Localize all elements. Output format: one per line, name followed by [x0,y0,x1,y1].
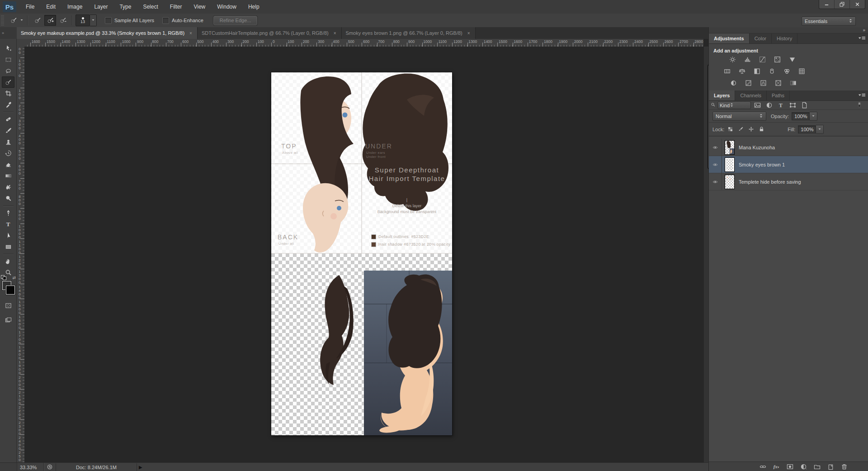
tab-color[interactable]: Color [750,33,772,43]
delete-button[interactable] [840,463,848,470]
menu-select[interactable]: Select [137,0,164,14]
panel-menu-icon[interactable] [858,36,866,42]
menu-help[interactable]: Help [242,0,265,14]
eyedropper-tool[interactable] [2,99,14,110]
clone-stamp-tool[interactable] [2,136,14,147]
refine-edge-button[interactable]: Refine Edge... [213,16,258,25]
blend-mode-select[interactable]: Normal [712,112,766,121]
mask-button[interactable] [786,463,794,470]
path-selection-tool[interactable] [2,230,14,241]
auto-enhance-checkbox[interactable]: Auto-Enhance [162,17,203,24]
zoom-level-field[interactable]: 33.33% [17,465,43,470]
restore-button[interactable] [834,0,849,9]
document-tab-2[interactable]: SDTCustomHairTemplate.png @ 66.7% (Layer… [198,27,342,39]
healing-brush-tool[interactable] [2,114,14,125]
layer-thumbnail[interactable] [725,175,734,189]
lock-transparent-button[interactable] [726,125,735,133]
status-flyout-arrow[interactable]: ▶ [139,465,142,470]
tab-layers[interactable]: Layers [709,90,735,100]
tab-close-button[interactable]: × [333,31,337,36]
document-canvas[interactable]: TOP Above all UNDER Under ears Under fro… [271,72,452,435]
background-color-swatch[interactable] [6,285,15,295]
layer-row-3[interactable]: Templete hide before saving [709,173,868,190]
shape-filter-button[interactable] [787,102,798,109]
options-grip[interactable] [1,15,4,25]
subtract-from-selection-button[interactable] [57,15,69,26]
adjustment-filter-button[interactable] [764,102,774,109]
layer-thumbnail[interactable] [725,141,734,154]
curves-adjustment-button[interactable] [758,56,767,63]
brush-tool[interactable] [2,125,14,136]
type-filter-button[interactable]: T [775,102,786,109]
tab-close-button[interactable]: × [467,31,471,36]
layer-visibility-toggle[interactable] [709,173,722,190]
menu-type[interactable]: Type [113,0,137,14]
marquee-tool[interactable] [2,54,14,65]
document-tab-3[interactable]: Smoky eyes brown 1.png @ 66.7% (Layer 0,… [342,27,476,39]
pixel-filter-button[interactable] [752,102,763,109]
swap-colors-button[interactable]: ⇄ [12,276,16,280]
threshold-adjustment-button[interactable] [759,79,768,87]
tab-history[interactable]: History [772,33,797,43]
minimize-button[interactable] [819,0,834,9]
layer-row-1[interactable]: Mana Kuzunoha [709,139,868,156]
layer-row-2[interactable]: Smoky eyes brown 1 [709,156,868,173]
horizontal-ruler[interactable]: 1600150014001300120011001000900800700600… [24,39,703,47]
tab-paths[interactable]: Paths [767,90,790,100]
invert-adjustment-button[interactable] [729,79,738,87]
opacity-dropdown[interactable] [810,112,817,121]
tool-preset-caret[interactable] [19,18,24,23]
layer-filter-toggle[interactable] [854,102,865,109]
layer-visibility-toggle[interactable] [709,156,722,173]
fill-value[interactable]: 100% [798,125,816,133]
menu-edit[interactable]: Edit [40,0,61,14]
levels-adjustment-button[interactable] [743,56,752,63]
document-size-field[interactable]: Doc: 8.24M/26.1M [56,463,137,471]
tool-preset-button[interactable] [8,15,19,26]
lock-move-button[interactable] [746,125,755,133]
layer-thumbnail[interactable] [725,158,734,171]
new-selection-button[interactable] [32,15,43,26]
photo-filter-adjustment-button[interactable] [767,67,776,75]
ruler-corner[interactable] [17,39,25,47]
menu-layer[interactable]: Layer [88,0,113,14]
menu-view[interactable]: View [188,0,211,14]
gradient-tool[interactable] [2,170,14,181]
dodge-tool[interactable] [2,193,14,204]
channel-mixer-adjustment-button[interactable] [782,67,791,75]
type-tool[interactable]: T [2,219,14,230]
smart-filter-button[interactable] [799,102,810,109]
gradient-map-adjustment-button[interactable] [788,79,797,87]
quick-mask-button[interactable] [2,300,14,311]
brush-size-dropdown[interactable] [90,14,97,26]
menu-filter[interactable]: Filter [164,0,188,14]
hue-saturation-adjustment-button[interactable] [722,67,731,75]
black-white-adjustment-button[interactable] [752,67,761,75]
lock-all-button[interactable] [757,125,766,133]
selective-color-adjustment-button[interactable] [774,79,783,87]
hand-tool[interactable] [2,256,14,267]
posterize-adjustment-button[interactable] [744,79,753,87]
lasso-tool[interactable] [2,65,14,76]
exposure-adjustment-button[interactable] [773,56,782,63]
toolbar-collapse-button[interactable]: » [0,27,17,39]
menu-file[interactable]: File [20,0,40,14]
panel-menu-icon[interactable] [858,93,866,99]
pen-tool[interactable] [2,207,14,219]
tab-adjustments[interactable]: Adjustments [709,33,750,43]
smudge-tool[interactable] [2,181,14,193]
color-balance-adjustment-button[interactable] [737,67,746,75]
canvas-area[interactable]: TOP Above all UNDER Under ears Under fro… [24,47,703,462]
color-lookup-adjustment-button[interactable] [797,67,806,75]
fx-button[interactable]: fx▾ [772,463,780,470]
tab-close-button[interactable]: × [189,31,193,36]
tab-channels[interactable]: Channels [735,90,766,100]
move-tool[interactable] [2,43,14,54]
document-tab-1[interactable]: Smoky eye makeup example.psd @ 33.3% (Sm… [17,27,198,39]
vertical-ruler[interactable]: 2001000100200300400500600700800900100011… [17,47,25,462]
workspace-switcher[interactable]: Essentials [802,17,856,26]
menu-image[interactable]: Image [61,0,88,14]
new-layer-button[interactable] [826,463,835,470]
eraser-tool[interactable] [2,159,14,170]
layer-visibility-toggle[interactable] [709,139,722,156]
